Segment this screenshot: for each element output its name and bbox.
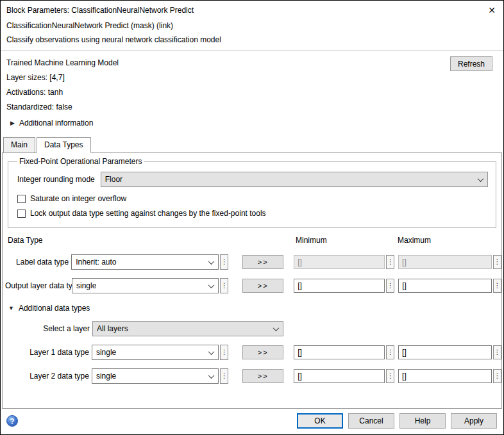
ok-button[interactable]: OK [297, 413, 343, 429]
layer1-data-type-row: Layer 1 data type single ⋮ >> [] ⋮ [] ⋮ [5, 345, 501, 360]
disclosure-expanded-arrow-icon: ▼ [8, 305, 14, 311]
label-data-type-label: Label data type [5, 258, 69, 267]
mask-title: ClassificationNeuralNetwork Predict (mas… [6, 21, 497, 30]
additional-data-types-label: Additional data types [19, 304, 90, 313]
select-layer-row: Select a layer All layers [5, 321, 501, 336]
data-types-tab-panel: Fixed-Point Operational Parameters Integ… [2, 152, 502, 409]
data-type-column-headers: Data Type Minimum Maximum [3, 236, 501, 246]
integer-rounding-row: Integer rounding mode Floor [17, 172, 488, 187]
chevron-down-icon [273, 325, 280, 331]
label-minimum-field: [] [294, 255, 385, 269]
more-options-button[interactable]: ⋮ [493, 345, 501, 359]
integer-rounding-dropdown[interactable]: Floor [101, 172, 488, 187]
chevron-down-icon [208, 372, 215, 379]
integer-rounding-label: Integer rounding mode [17, 175, 95, 184]
block-parameters-dialog: Block Parameters: ClassificationNeuralNe… [0, 0, 504, 435]
data-type-title: Data Type [8, 236, 42, 245]
tab-strip: Main Data Types [1, 137, 503, 153]
output-layer-data-type-value: single [76, 281, 96, 290]
model-section-title: Trained Machine Learning Model [6, 58, 497, 68]
activations-text: Activations: tanh [6, 87, 497, 97]
chevron-down-icon [478, 176, 484, 182]
disclosure-collapsed-arrow-icon: ▶ [10, 120, 15, 126]
apply-button[interactable]: Apply [451, 413, 497, 429]
maximum-header: Maximum [398, 236, 431, 245]
layer2-data-type-label: Layer 2 data type [5, 372, 89, 381]
fixed-point-legend: Fixed-Point Operational Parameters [17, 157, 144, 166]
refresh-button[interactable]: Refresh [450, 56, 492, 71]
layer2-data-type-value: single [96, 372, 116, 381]
layer2-data-type-row: Layer 2 data type single ⋮ >> [] ⋮ [] ⋮ [5, 368, 501, 384]
select-layer-dropdown[interactable]: All layers [92, 321, 283, 336]
layer-sizes-text: Layer sizes: [4,7] [6, 72, 497, 83]
more-options-button[interactable]: ⋮ [220, 278, 228, 293]
more-options-button[interactable]: ⋮ [386, 255, 394, 269]
integer-rounding-value: Floor [105, 175, 122, 184]
additional-information-label: Additional information [19, 119, 93, 127]
minimum-header: Minimum [296, 236, 327, 245]
chevron-down-icon [208, 258, 215, 265]
layer1-minimum-field[interactable]: [] [294, 345, 385, 359]
select-layer-label: Select a layer [5, 324, 90, 333]
data-type-assistant-button[interactable]: >> [242, 255, 283, 269]
mask-header: ClassificationNeuralNetwork Predict (mas… [1, 20, 503, 51]
output-layer-data-type-dropdown[interactable]: single [72, 278, 219, 293]
output-layer-data-type-row: Output layer data type single ⋮ >> [] ⋮ … [5, 278, 501, 293]
more-options-button[interactable]: ⋮ [220, 345, 228, 360]
layer1-maximum-field[interactable]: [] [398, 345, 492, 359]
layer2-minimum-field[interactable]: [] [294, 369, 385, 383]
additional-information-disclosure[interactable]: ▶ Additional information [10, 119, 497, 127]
chevron-down-icon [208, 282, 215, 288]
layer1-data-type-dropdown[interactable]: single [92, 345, 219, 360]
footer-buttons: OK Cancel Help Apply [297, 413, 497, 429]
label-data-type-row: Label data type Inherit: auto ⋮ >> [] ⋮ … [5, 254, 501, 270]
label-maximum-field: [] [398, 255, 492, 269]
data-type-assistant-button[interactable]: >> [242, 369, 283, 383]
more-options-button[interactable]: ⋮ [220, 368, 228, 384]
layer1-data-type-value: single [96, 348, 116, 357]
layer2-data-type-dropdown[interactable]: single [92, 368, 219, 384]
data-type-assistant-button[interactable]: >> [242, 279, 283, 293]
close-icon[interactable]: ✕ [488, 6, 496, 15]
more-options-button[interactable]: ⋮ [493, 279, 501, 293]
more-options-button[interactable]: ⋮ [386, 369, 394, 383]
label-data-type-dropdown[interactable]: Inherit: auto [71, 254, 219, 270]
title-bar: Block Parameters: ClassificationNeuralNe… [1, 1, 503, 20]
output-minimum-field[interactable]: [] [294, 279, 385, 293]
data-type-assistant-button[interactable]: >> [242, 345, 283, 359]
output-maximum-field[interactable]: [] [398, 279, 492, 293]
tab-data-types[interactable]: Data Types [37, 137, 90, 153]
saturate-row: Saturate on integer overflow [17, 194, 488, 203]
cancel-button[interactable]: Cancel [348, 413, 394, 429]
layer1-data-type-label: Layer 1 data type [5, 348, 89, 357]
mask-description: Classify observations using neural netwo… [6, 35, 497, 44]
help-button[interactable]: Help [399, 413, 446, 429]
chevron-down-icon [208, 349, 215, 355]
lock-row: Lock output data type setting against ch… [17, 209, 488, 218]
lock-checkbox[interactable] [17, 209, 26, 218]
window-title: Block Parameters: ClassificationNeuralNe… [6, 6, 194, 15]
label-data-type-value: Inherit: auto [76, 258, 116, 267]
dialog-footer: ? OK Cancel Help Apply [1, 409, 503, 434]
saturate-label: Saturate on integer overflow [30, 194, 126, 203]
saturate-checkbox[interactable] [17, 195, 26, 203]
standardized-text: Standardized: false [6, 102, 497, 112]
more-options-button[interactable]: ⋮ [493, 369, 501, 383]
tab-main[interactable]: Main [3, 137, 35, 153]
help-icon[interactable]: ? [6, 415, 18, 427]
select-layer-value: All layers [97, 324, 128, 333]
output-layer-data-type-label: Output layer data type [5, 281, 69, 290]
more-options-button[interactable]: ⋮ [493, 255, 501, 269]
fixed-point-group: Fixed-Point Operational Parameters Integ… [8, 157, 496, 228]
layer2-maximum-field[interactable]: [] [398, 369, 492, 383]
more-options-button[interactable]: ⋮ [386, 345, 394, 359]
additional-data-types-disclosure[interactable]: ▼ Additional data types [8, 304, 501, 313]
lock-label: Lock output data type setting against ch… [30, 209, 266, 218]
more-options-button[interactable]: ⋮ [220, 254, 228, 270]
model-info-section: Trained Machine Learning Model Refresh L… [1, 51, 503, 131]
more-options-button[interactable]: ⋮ [386, 279, 394, 293]
